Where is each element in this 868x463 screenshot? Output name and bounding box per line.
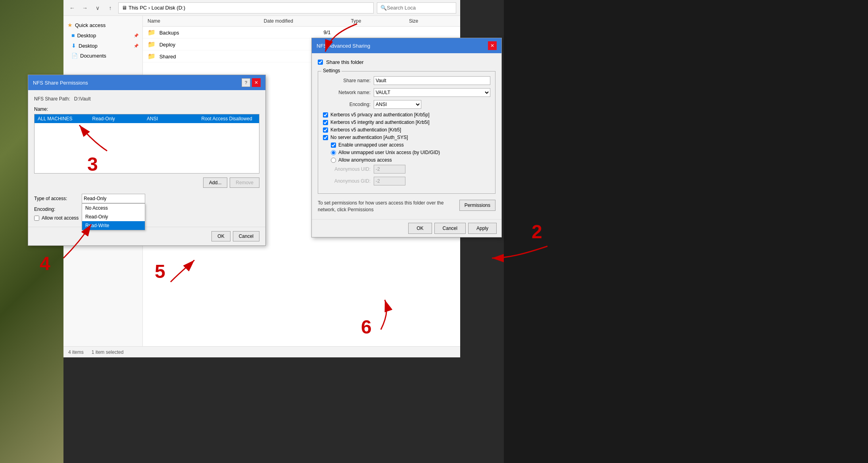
col-header-type[interactable]: Type bbox=[351, 18, 409, 24]
perm-encoding-row: Encoding: bbox=[34, 206, 259, 212]
file-name: 📁 Shared bbox=[148, 52, 323, 60]
allow-anon-label: Allow anonymous access bbox=[338, 157, 392, 163]
no-server-auth-checkbox[interactable] bbox=[323, 135, 328, 140]
permissions-button[interactable]: Permissions bbox=[459, 200, 495, 211]
kerberos-privacy-label: Kerberos v5 privacy and authentication [… bbox=[330, 112, 429, 118]
perm-col-root: Root Access Disallowed bbox=[202, 116, 256, 122]
nfs-advanced-ok-button[interactable]: OK bbox=[408, 223, 432, 234]
no-server-auth-row: No server authentication [Auth_SYS] bbox=[323, 135, 490, 140]
settings-group-label: Settings bbox=[321, 68, 342, 73]
encoding-select[interactable]: ANSI bbox=[374, 100, 421, 109]
documents-label: Documents bbox=[80, 53, 106, 59]
search-label: Search Loca bbox=[387, 5, 416, 11]
quick-access-icon: ★ bbox=[67, 22, 73, 28]
type-of-access-select[interactable]: Read-Only bbox=[82, 194, 145, 203]
downloads-label: Desktop bbox=[79, 43, 98, 49]
kerberos-integrity-checkbox[interactable] bbox=[323, 120, 328, 125]
sidebar-item-quick-access[interactable]: ★ Quick access bbox=[63, 20, 142, 30]
kerberos-auth-row: Kerberos v5 authentication [Krb5] bbox=[323, 127, 490, 133]
network-name-label: Network name: bbox=[323, 90, 371, 95]
network-name-select[interactable]: VAULT bbox=[374, 88, 490, 97]
kerberos-integrity-row: Kerberos v5 integrity and authentication… bbox=[323, 120, 490, 125]
col-header-size[interactable]: Size bbox=[409, 18, 455, 24]
perm-encoding-label: Encoding: bbox=[34, 206, 78, 212]
table-row[interactable]: 📁 Backups 9/1 bbox=[143, 27, 460, 39]
allow-anon-radio[interactable] bbox=[331, 158, 336, 163]
sidebar-item-documents[interactable]: 📄 Documents bbox=[63, 51, 142, 61]
folder-icon: 📁 bbox=[148, 53, 156, 60]
permissions-text: To set permissions for how users access … bbox=[318, 200, 455, 213]
search-icon: 🔍 bbox=[380, 5, 387, 11]
address-bar[interactable]: 🖥 This PC › Local Disk (D:) bbox=[118, 2, 374, 14]
item-count: 4 items bbox=[68, 349, 84, 355]
perm-list-row[interactable]: ALL MACHINES Read-Only ANSI Root Access … bbox=[35, 114, 259, 123]
nfs-advanced-body: Share this folder Settings Share name: N… bbox=[312, 53, 501, 219]
perm-path-label: NFS Share Path: bbox=[34, 96, 70, 102]
allow-root-row: Allow root access bbox=[34, 215, 259, 221]
share-folder-label: Share this folder bbox=[326, 59, 364, 65]
dropdown-button[interactable]: ∨ bbox=[93, 3, 102, 13]
share-folder-checkbox[interactable] bbox=[318, 60, 323, 65]
type-of-access-dropdown-wrapper: Read-Only No Access Read-Only Read-Write bbox=[82, 194, 145, 203]
anon-uid-label: Anonymous UID: bbox=[323, 166, 371, 172]
kerberos-privacy-checkbox[interactable] bbox=[323, 112, 328, 118]
sidebar-item-downloads[interactable]: ⬇ Desktop 📌 bbox=[63, 41, 142, 51]
nfs-permissions-ok-button[interactable]: OK bbox=[211, 231, 230, 241]
kerberos-integrity-label: Kerberos v5 integrity and authentication… bbox=[330, 120, 429, 125]
anon-gid-label: Anonymous GID: bbox=[323, 178, 371, 184]
allow-unmapped-radio[interactable] bbox=[331, 150, 336, 155]
address-path: This PC › Local Disk (D:) bbox=[129, 5, 185, 11]
perm-list: ALL MACHINES Read-Only ANSI Root Access … bbox=[34, 114, 259, 174]
enable-unmapped-row: Enable unmapped user access bbox=[331, 142, 490, 148]
allow-unmapped-row: Allow unmapped user Unix access (by UID/… bbox=[331, 150, 490, 155]
perm-path-row: NFS Share Path: D:\Vault bbox=[34, 96, 259, 102]
nfs-advanced-dialog: NFS Advanced Sharing ✕ Share this folder… bbox=[311, 38, 502, 237]
add-button[interactable]: Add... bbox=[203, 177, 227, 188]
allow-root-label: Allow root access bbox=[42, 215, 79, 221]
encoding-label: Encoding: bbox=[323, 102, 371, 107]
nfs-advanced-dialog-titlebar: NFS Advanced Sharing ✕ bbox=[312, 38, 501, 53]
nfs-advanced-cancel-button[interactable]: Cancel bbox=[434, 223, 466, 234]
perm-col-encoding: ANSI bbox=[147, 116, 202, 122]
explorer-statusbar: 4 items 1 item selected bbox=[63, 346, 460, 357]
sidebar-item-desktop[interactable]: ■ Desktop 📌 bbox=[63, 30, 142, 41]
share-name-input[interactable] bbox=[374, 76, 490, 85]
up-button[interactable]: ↑ bbox=[106, 3, 115, 13]
settings-group: Settings Share name: Network name: VAULT… bbox=[318, 71, 495, 194]
no-access-option[interactable]: No Access bbox=[82, 204, 145, 212]
col-header-name[interactable]: Name bbox=[148, 18, 264, 24]
kerberos-auth-label: Kerberos v5 authentication [Krb5] bbox=[330, 127, 401, 133]
nfs-permissions-body: NFS Share Path: D:\Vault Name: ALL MACHI… bbox=[28, 90, 265, 227]
anon-uid-row: Anonymous UID: bbox=[323, 165, 490, 174]
search-box[interactable]: 🔍 Search Loca bbox=[377, 2, 456, 14]
perm-col-name: ALL MACHINES bbox=[38, 116, 92, 122]
anon-uid-input[interactable] bbox=[374, 165, 405, 174]
back-button[interactable]: ← bbox=[67, 3, 77, 13]
documents-icon: 📄 bbox=[71, 53, 78, 59]
nfs-permissions-help-button[interactable]: ? bbox=[242, 78, 250, 87]
enable-unmapped-checkbox[interactable] bbox=[331, 143, 336, 148]
read-only-option[interactable]: Read-Only bbox=[82, 212, 145, 221]
nfs-permissions-cancel-button[interactable]: Cancel bbox=[233, 231, 259, 241]
perm-buttons-row: Add... Remove bbox=[34, 177, 259, 188]
quick-access-label: Quick access bbox=[75, 22, 106, 28]
share-folder-row: Share this folder bbox=[318, 59, 495, 65]
network-name-row: Network name: VAULT bbox=[323, 88, 490, 97]
folder-icon: 📁 bbox=[148, 29, 156, 36]
file-name: 📁 Deploy bbox=[148, 41, 323, 48]
nfs-advanced-apply-button[interactable]: Apply bbox=[468, 223, 497, 234]
anon-gid-input[interactable] bbox=[374, 177, 405, 185]
col-header-date[interactable]: Date modified bbox=[264, 18, 351, 24]
forward-button[interactable]: → bbox=[80, 3, 90, 13]
read-write-option[interactable]: Read-Write bbox=[82, 221, 145, 230]
nfs-permissions-footer: OK Cancel bbox=[28, 227, 265, 245]
nfs-advanced-close-button[interactable]: ✕ bbox=[488, 41, 497, 50]
remove-button[interactable]: Remove bbox=[230, 177, 259, 188]
kerberos-privacy-row: Kerberos v5 privacy and authentication [… bbox=[323, 112, 490, 118]
encoding-row: Encoding: ANSI bbox=[323, 100, 490, 109]
allow-root-checkbox[interactable] bbox=[34, 216, 39, 221]
kerberos-auth-checkbox[interactable] bbox=[323, 127, 328, 133]
perm-name-label: Name: bbox=[34, 106, 259, 112]
desktop-pin-icon: 📌 bbox=[134, 33, 138, 38]
nfs-permissions-close-button[interactable]: ✕ bbox=[252, 78, 261, 87]
